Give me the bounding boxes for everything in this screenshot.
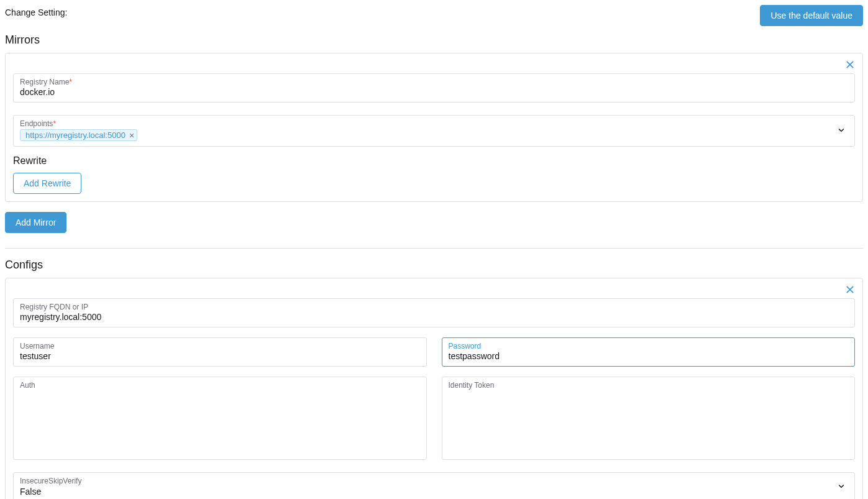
identity-token-label: Identity Token bbox=[449, 381, 849, 390]
username-input[interactable] bbox=[20, 351, 420, 361]
rewrite-title: Rewrite bbox=[13, 155, 855, 167]
username-label: Username bbox=[20, 342, 420, 350]
password-field[interactable]: Password bbox=[442, 337, 856, 367]
identity-token-field[interactable]: Identity Token bbox=[442, 377, 856, 460]
change-setting-label: Change Setting: bbox=[5, 5, 67, 17]
tag-remove-icon[interactable]: × bbox=[129, 131, 134, 140]
registry-fqdn-field[interactable]: Registry FQDN or IP bbox=[13, 298, 855, 327]
registry-name-field[interactable]: Registry Name* bbox=[13, 73, 855, 103]
password-label: Password bbox=[449, 342, 849, 350]
registry-name-input[interactable] bbox=[20, 87, 848, 97]
auth-label: Auth bbox=[20, 381, 420, 390]
registry-fqdn-input[interactable] bbox=[20, 312, 848, 322]
mirrors-title: Mirrors bbox=[5, 34, 863, 47]
endpoint-tag-label: https://myregistry.local:5000 bbox=[25, 130, 126, 140]
chevron-down-icon bbox=[837, 126, 846, 136]
identity-token-textarea[interactable] bbox=[449, 390, 849, 452]
close-icon[interactable] bbox=[844, 283, 856, 297]
add-mirror-button[interactable]: Add Mirror bbox=[5, 212, 66, 233]
close-icon[interactable] bbox=[844, 58, 856, 72]
registry-fqdn-label: Registry FQDN or IP bbox=[20, 303, 848, 311]
auth-field[interactable]: Auth bbox=[13, 377, 427, 460]
auth-textarea[interactable] bbox=[20, 390, 420, 452]
password-input[interactable] bbox=[449, 351, 849, 361]
insecure-skip-verify-value: False bbox=[20, 487, 832, 497]
chevron-down-icon bbox=[837, 482, 846, 493]
insecure-skip-verify-field[interactable]: InsecureSkipVerify False bbox=[13, 472, 855, 499]
endpoints-field[interactable]: Endpoints* https://myregistry.local:5000… bbox=[13, 115, 855, 147]
registry-name-label: Registry Name* bbox=[20, 78, 848, 86]
config-card: Registry FQDN or IP Username Password Au… bbox=[5, 278, 863, 499]
section-divider bbox=[5, 248, 863, 249]
insecure-skip-verify-label: InsecureSkipVerify bbox=[20, 477, 832, 485]
use-default-value-button[interactable]: Use the default value bbox=[760, 5, 863, 26]
mirror-card: Registry Name* Endpoints* https://myregi… bbox=[5, 53, 863, 202]
configs-title: Configs bbox=[5, 259, 863, 272]
endpoints-label: Endpoints* bbox=[20, 119, 832, 128]
endpoint-tag: https://myregistry.local:5000 × bbox=[20, 129, 137, 141]
username-field[interactable]: Username bbox=[13, 337, 427, 367]
add-rewrite-button[interactable]: Add Rewrite bbox=[13, 173, 81, 194]
